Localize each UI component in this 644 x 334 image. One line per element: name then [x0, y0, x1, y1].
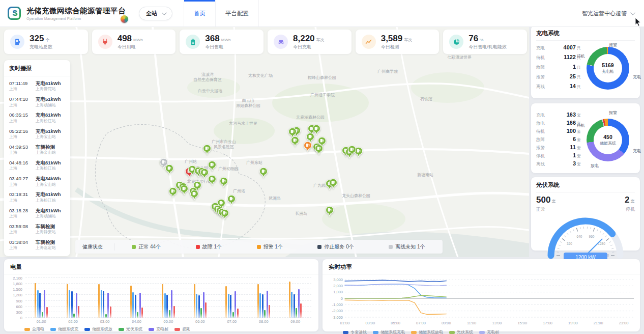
kpi-value: 368 [205, 34, 219, 43]
svg-text:-3,000: -3,000 [332, 315, 343, 320]
bar-储能系统放 [135, 295, 136, 318]
broadcast-time: 04:48:16上海 [9, 160, 32, 171]
list-item[interactable]: 04:39:53上海车辆检测上海金山站 [9, 142, 65, 157]
map-pin-normal[interactable] [180, 184, 189, 196]
map-pin-normal[interactable] [329, 178, 338, 189]
map-pin-normal[interactable] [325, 206, 334, 217]
bar-充电桩 [44, 290, 45, 318]
legend-item[interactable]: 储能系统放 [84, 326, 112, 332]
list-item[interactable]: 03:18:28上海充电51kWh上海杨浦站 [9, 205, 65, 221]
bar-group[interactable] [257, 278, 271, 318]
map-pin-normal[interactable] [168, 187, 178, 198]
x-axis-label: 06:00 [195, 319, 205, 324]
map-pin-normal[interactable] [290, 136, 300, 147]
legend-item[interactable]: 总用电 [24, 326, 44, 332]
app-title: 光储充微网综合能源管理平台 [26, 6, 126, 16]
kpi-card: 498MWh今日用电 [92, 30, 176, 54]
y-axis-label: 900 [7, 298, 22, 303]
bar-充电桩 [235, 291, 236, 318]
y-axis-label: 2,100 [7, 276, 22, 281]
realtime-broadcast-panel: 实时播报 07:11:49上海充电61kWh上海普陀站07:44:10上海充电5… [4, 60, 70, 256]
legend-item[interactable]: 储能系统充 [50, 326, 78, 332]
map-pin-normal[interactable] [259, 167, 268, 178]
broadcast-list[interactable]: 07:11:49上海充电61kWh上海普陀站07:44:10上海充电51kWh上… [4, 76, 70, 253]
y-axis-label: 300 [7, 310, 22, 314]
legend-item[interactable]: 充电桩 [479, 329, 499, 334]
legend-label: 专变进线 [350, 329, 367, 334]
broadcast-event: 车辆检测上海嘉定站 [36, 239, 56, 250]
broadcast-time: 03:59:08上海 [9, 224, 32, 235]
map-pin-alarm[interactable] [303, 141, 312, 152]
legend-item[interactable]: 光伏系统 [449, 329, 473, 334]
pv-normal-stat: 500套 正常 [536, 195, 556, 213]
kpi-unit: 车次 [316, 38, 325, 42]
stat-row: 报警25只 [536, 73, 581, 83]
map-pin-normal[interactable] [227, 194, 236, 206]
bar-group[interactable] [194, 278, 207, 318]
legend-item[interactable]: 充电桩 [149, 326, 168, 332]
list-item[interactable]: 03:59:08上海车辆检测上海静安站 [9, 221, 65, 237]
x-axis-labels: 01:0002:0003:0004:0005:0006:0007:0008:00… [25, 319, 311, 324]
legend-swatch [389, 245, 393, 249]
bar-group[interactable] [162, 278, 175, 318]
kpi-unit: % [480, 38, 483, 42]
list-item[interactable]: 04:48:16上海充电61kWh上海松江站 [9, 157, 65, 173]
list-item[interactable]: 03:40:27上海充电34kWh上海宝山站 [9, 173, 65, 189]
tab-platform-config-label: 平台配置 [225, 10, 249, 17]
legend-item[interactable]: 损耗 [174, 326, 190, 332]
legend-item[interactable]: 光伏系统 [119, 326, 142, 332]
bar-储能系统充 [37, 290, 39, 318]
bar-group[interactable] [130, 278, 143, 318]
bar-充电桩 [107, 293, 109, 318]
legend-item[interactable]: 储能系统放电 [411, 329, 443, 334]
list-item[interactable]: 07:44:10上海充电51kWh上海杨浦站 [9, 94, 65, 109]
stat-value: 1套 [573, 152, 581, 159]
bar-group[interactable] [225, 278, 239, 318]
legend-swatch [149, 328, 154, 331]
pie-icon [449, 35, 463, 49]
svg-text:17:00: 17:00 [543, 321, 552, 325]
map-pin-normal[interactable] [220, 209, 229, 220]
svg-text:05:00: 05:00 [391, 321, 400, 325]
stat-unit: 套 [577, 154, 581, 158]
storage-donut-value: 450 [603, 134, 612, 140]
bar-总用电 [162, 284, 163, 318]
tab-home[interactable]: 首页 [184, 0, 216, 26]
station-selector[interactable]: 全站 [139, 7, 172, 20]
legend-item[interactable]: 储能系统充电 [373, 329, 405, 334]
kpi-row: 325个充电站总数498MWh今日用电368MWh今日售电8,220车次今日充电… [4, 30, 527, 54]
bar-group[interactable] [35, 278, 48, 318]
map-pin-normal[interactable] [219, 177, 228, 188]
map-pin-normal[interactable] [202, 144, 212, 155]
bar-总用电 [67, 284, 68, 318]
list-item[interactable]: 05:22:16上海充电51kWh上海宝山站 [9, 126, 65, 142]
x-axis-label: 05:00 [164, 319, 173, 324]
stat-row: 报警11套 [536, 144, 581, 152]
bar-group[interactable] [289, 278, 302, 318]
broadcast-time: 07:11:49上海 [9, 80, 32, 92]
map-pin-normal[interactable] [347, 145, 357, 156]
user-menu-label: 智光运营中心超管 [582, 10, 627, 17]
bar-充电桩 [76, 293, 77, 318]
map-pin-normal[interactable] [165, 164, 174, 175]
list-item[interactable]: 06:35:15上海充电61kWh上海松江站 [9, 109, 65, 125]
list-item[interactable]: 03:38:04上海车辆检测上海嘉定站 [9, 237, 65, 253]
tab-platform-config[interactable]: 平台配置 [216, 0, 259, 26]
bar-光伏系统 [73, 314, 75, 318]
legend-label: 正常 44个 [138, 243, 161, 250]
storage-system-panel: 充电163套放电166套待机100套故障6套报警11套停机1套离线3套 450 … [531, 103, 640, 173]
bar-group[interactable] [98, 278, 111, 318]
user-menu[interactable]: 智光运营中心超管 [582, 10, 634, 17]
list-item[interactable]: 03:19:31上海充电61kWh上海松江站 [9, 189, 65, 205]
stat-row: 故障1只 [536, 64, 581, 73]
bar-group[interactable] [67, 278, 80, 318]
bar-光伏系统 [296, 308, 297, 318]
stat-label: 离线 [536, 161, 545, 168]
map-pin-normal[interactable] [190, 189, 199, 201]
map-pin-normal[interactable] [208, 175, 217, 186]
list-item[interactable]: 07:11:49上海充电61kWh上海普陀站 [9, 78, 65, 94]
legend-item[interactable]: 专变进线 [343, 329, 367, 334]
map-pin-normal[interactable] [314, 144, 324, 155]
map-canvas[interactable]: 流溪湾 自然生态保育区白云中央湿地太和文化广场帽峰山森林公园广州商学院七彩澳游世… [0, 26, 529, 257]
bar-储能系统充 [291, 292, 292, 318]
